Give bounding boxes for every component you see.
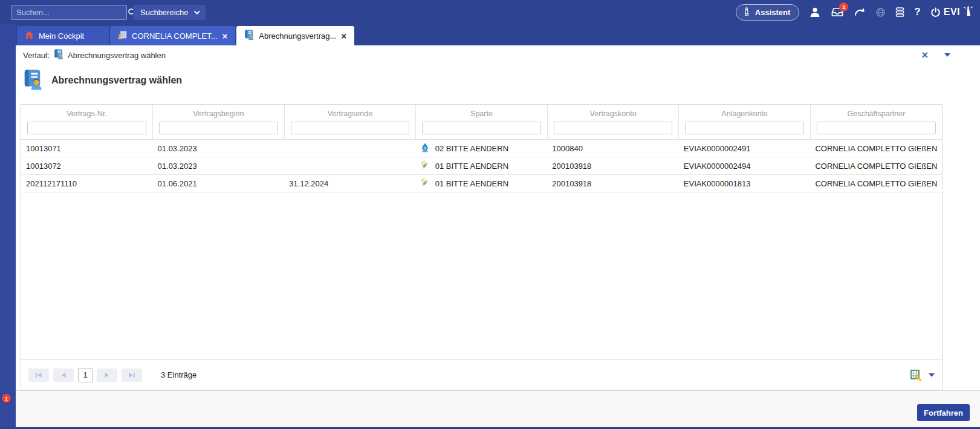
column-header-label[interactable]: Vertrags-Nr. <box>27 110 146 118</box>
tabbar: Mein Cockpit CORNELIA COMPLET... × Abrec… <box>0 24 980 45</box>
table-empty-area <box>21 192 942 359</box>
table-row[interactable]: 1001307101.03.202302 BITTE AENDERN100084… <box>21 140 942 157</box>
column-header: Vertragsende <box>284 105 416 140</box>
table-options-chevron-icon[interactable] <box>929 373 935 377</box>
contract-icon <box>244 30 254 42</box>
action-footer: Fortfahren <box>16 390 980 429</box>
column-filter-input[interactable] <box>554 122 673 134</box>
brand-logo: EVI <box>930 5 973 19</box>
collapsed-sidebar[interactable]: 1 <box>0 24 16 429</box>
tab-cornelia-completto[interactable]: CORNELIA COMPLET... × <box>110 26 235 45</box>
contract-icon <box>54 49 63 61</box>
cell-sparte: 01 BITTE AENDERN <box>416 157 548 175</box>
sparte-label: 01 BITTE AENDERN <box>435 162 508 171</box>
tab-label: Mein Cockpit <box>39 31 84 41</box>
cell-vertrags_nr: 10013071 <box>21 140 153 157</box>
column-filter-input[interactable] <box>685 122 804 134</box>
globe-icon <box>875 7 886 18</box>
column-filter-input[interactable] <box>159 122 278 134</box>
column-header-label[interactable]: Vertragsende <box>291 110 410 118</box>
tab-mein-cockpit[interactable]: Mein Cockpit <box>17 26 109 45</box>
cell-sparte: 01 BITTE AENDERN <box>416 175 548 192</box>
cell-vertragsende <box>284 140 416 157</box>
cell-anlagenkonto: EVIAK0000001813 <box>679 175 811 192</box>
continue-button[interactable]: Fortfahren <box>917 404 970 421</box>
topbar: Suchbereiche Assistent 1 ? <box>0 0 980 24</box>
column-header-label[interactable]: Vertragskonto <box>554 110 673 118</box>
cell-vertrags_nr: 10013072 <box>21 157 153 175</box>
view-menu-chevron-icon[interactable] <box>944 53 950 57</box>
cell-vertragskonto: 200103918 <box>547 175 679 192</box>
page-title: Abrechnungsvertrag wählen <box>51 75 182 86</box>
table-body: 1001307101.03.202302 BITTE AENDERN100084… <box>21 140 942 192</box>
brand-name: EVI <box>944 7 960 18</box>
column-header: Geschäftspartner <box>810 105 942 140</box>
column-header-label[interactable]: Sparte <box>422 110 541 118</box>
search-input[interactable] <box>11 8 128 17</box>
column-filter-input[interactable] <box>27 122 146 134</box>
column-header: Vertragskonto <box>547 105 679 140</box>
cell-sparte: 02 BITTE AENDERN <box>416 140 548 157</box>
cell-vertragsbeginn: 01.03.2023 <box>153 140 285 157</box>
tab-label: CORNELIA COMPLET... <box>132 31 218 41</box>
cell-geschaeftspartner: CORNELIA COMPLETTO GIEßEN <box>810 157 942 175</box>
gas-flame-icon <box>421 143 429 154</box>
column-header-label[interactable]: Vertragsbeginn <box>159 110 278 118</box>
contracts-table: Vertrags-Nr.VertragsbeginnVertragsendeSp… <box>21 104 943 390</box>
tab-abrechnungsvertrag[interactable]: Abrechnungsvertrag... × <box>236 26 354 45</box>
help-icon[interactable]: ? <box>914 6 920 18</box>
lighthouse-logo-icon <box>963 5 973 19</box>
notification-badge: 1 <box>839 2 848 11</box>
cell-anlagenkonto: EVIAK0000002491 <box>679 140 811 157</box>
table-header: Vertrags-Nr.VertragsbeginnVertragsendeSp… <box>21 105 942 140</box>
current-page-indicator[interactable]: 1 <box>78 368 92 382</box>
previous-page-button[interactable] <box>53 368 74 382</box>
table-row[interactable]: 1001307201.03.202301 BITTE AENDERN200103… <box>21 157 942 175</box>
database-icon[interactable] <box>895 7 904 18</box>
cell-vertragsbeginn: 01.03.2023 <box>153 157 285 175</box>
sparte-label: 01 BITTE AENDERN <box>435 179 508 188</box>
close-view-icon[interactable]: × <box>921 50 928 61</box>
breadcrumb-item[interactable]: Abrechnungsvertrag wählen <box>54 49 166 61</box>
breadcrumb-label: Verlauf: <box>23 51 50 60</box>
cell-vertrags_nr: 202112171110 <box>21 175 153 192</box>
tab-label: Abrechnungsvertrag... <box>259 31 336 41</box>
cell-vertragskonto: 1000840 <box>547 140 679 157</box>
chevron-down-icon <box>193 8 200 15</box>
search-scope-button[interactable]: Suchbereiche <box>133 5 206 20</box>
user-icon[interactable] <box>809 7 821 18</box>
table-row[interactable]: 20211217111001.06.202131.12.202401 BITTE… <box>21 175 942 192</box>
column-filter-input[interactable] <box>422 122 541 134</box>
inbox-icon[interactable]: 1 <box>831 7 844 18</box>
cell-geschaeftspartner: CORNELIA COMPLETTO GIEßEN <box>810 140 942 157</box>
electric-plug-icon <box>421 160 429 172</box>
column-header-label[interactable]: Anlagenkonto <box>685 110 804 118</box>
cell-anlagenkonto: EVIAK0000002494 <box>679 157 811 175</box>
power-icon[interactable] <box>930 7 941 18</box>
header-row: Vertrags-Nr.VertragsbeginnVertragsendeSp… <box>21 105 942 140</box>
pagination-bar: 1 3 Einträge <box>21 359 942 390</box>
column-filter-input[interactable] <box>817 122 936 134</box>
global-search[interactable] <box>11 5 127 20</box>
lighthouse-icon <box>742 6 751 18</box>
column-filter-input[interactable] <box>291 122 410 134</box>
sparte-label: 02 BITTE AENDERN <box>435 144 508 153</box>
cell-vertragsbeginn: 01.06.2021 <box>153 175 285 192</box>
table-export-settings-icon[interactable] <box>910 369 922 381</box>
cell-vertragskonto: 200103918 <box>547 157 679 175</box>
tab-close-icon[interactable]: × <box>222 31 228 41</box>
page-header: Abrechnungsvertrag wählen <box>16 65 980 96</box>
column-header: Vertrags-Nr. <box>21 105 153 140</box>
topbar-actions: Assistent 1 ? EVI <box>736 4 973 21</box>
column-header: Anlagenkonto <box>679 105 811 140</box>
tab-close-icon[interactable]: × <box>341 31 346 41</box>
entries-count: 3 Einträge <box>161 370 196 379</box>
column-header-label[interactable]: Geschäftspartner <box>817 110 936 118</box>
next-page-button[interactable] <box>97 368 117 382</box>
redo-arrow-icon[interactable] <box>854 7 866 17</box>
last-page-button[interactable] <box>122 368 142 382</box>
first-page-button[interactable] <box>28 368 49 382</box>
assistant-button[interactable]: Assistent <box>736 4 800 21</box>
contract-icon-large <box>23 69 42 93</box>
assistant-label: Assistent <box>755 8 791 17</box>
